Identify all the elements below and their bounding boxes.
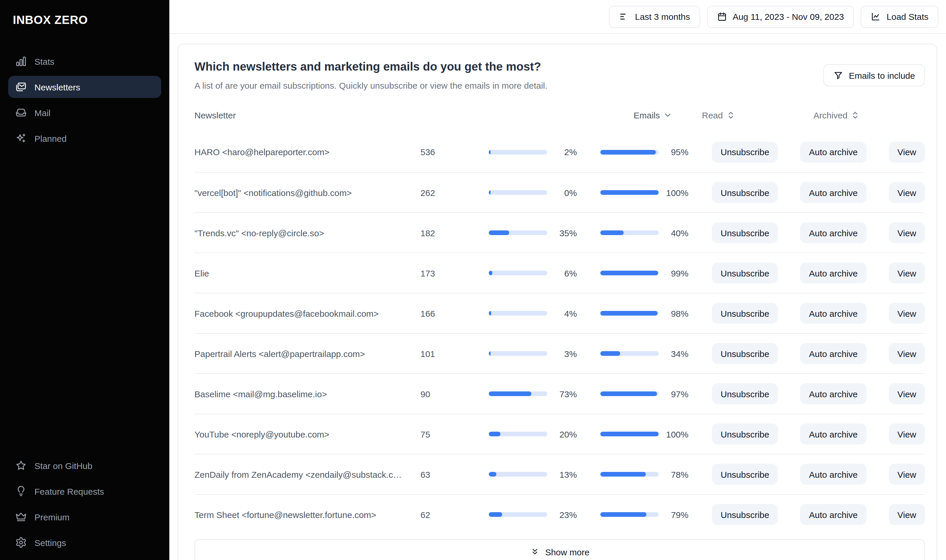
chevrons-up-down-icon bbox=[851, 111, 860, 119]
column-header-newsletter: Newsletter bbox=[194, 110, 628, 120]
read-cell: 2% bbox=[483, 147, 577, 157]
sidebar-item-stats[interactable]: Stats bbox=[8, 50, 161, 72]
newsletter-name: Papertrail Alerts <alert@papertrailapp.c… bbox=[194, 349, 415, 358]
view-button[interactable]: View bbox=[889, 343, 925, 364]
archived-percent: 78% bbox=[659, 469, 688, 479]
read-progress-fill bbox=[489, 432, 500, 436]
panel-titles: Which newsletters and marketing emails d… bbox=[194, 58, 548, 92]
auto-archive-button[interactable]: Auto archive bbox=[800, 182, 867, 203]
read-percent: 6% bbox=[547, 268, 577, 278]
newsletter-name: Facebook <groupupdates@facebookmail.com> bbox=[194, 308, 415, 318]
sidebar-footer: Star on GitHub Feature Requests Premium bbox=[0, 454, 169, 554]
table-row: HARO <haro@helpareporter.com> 536 2% 95%… bbox=[194, 132, 925, 172]
view-button[interactable]: View bbox=[889, 383, 925, 404]
newsletter-name: Term Sheet <fortune@newsletter.fortune.c… bbox=[194, 509, 415, 520]
emails-count: 262 bbox=[415, 188, 483, 197]
unsubscribe-button[interactable]: Unsubscribe bbox=[712, 423, 778, 445]
inbox-icon bbox=[15, 107, 27, 118]
archived-progress-fill bbox=[600, 472, 646, 477]
chart-line-icon bbox=[871, 12, 881, 22]
row-actions: Unsubscribe Auto archive View bbox=[712, 423, 925, 445]
newsletter-name: Baselime <mail@mg.baselime.io> bbox=[194, 389, 415, 399]
archived-percent: 99% bbox=[659, 268, 688, 278]
table-row: "vercel[bot]" <notifications@github.com>… bbox=[194, 172, 925, 212]
auto-archive-button[interactable]: Auto archive bbox=[800, 142, 867, 163]
date-preset-button[interactable]: Last 3 months bbox=[610, 6, 700, 28]
archived-progress-fill bbox=[600, 190, 659, 195]
view-button[interactable]: View bbox=[889, 263, 925, 283]
sidebar-item-newsletters[interactable]: Newsletters bbox=[8, 76, 161, 98]
column-header-archived[interactable]: Archived bbox=[813, 110, 901, 120]
view-button[interactable]: View bbox=[889, 182, 925, 203]
sidebar-item-star-on-github[interactable]: Star on GitHub bbox=[8, 454, 161, 477]
view-button[interactable]: View bbox=[889, 142, 925, 163]
archived-progress-bar bbox=[600, 271, 659, 275]
archived-cell: 100% bbox=[600, 429, 688, 439]
row-actions: Unsubscribe Auto archive View bbox=[712, 182, 925, 203]
show-more-label: Show more bbox=[545, 547, 590, 557]
read-cell: 4% bbox=[483, 308, 577, 318]
date-range-button[interactable]: Aug 11, 2023 - Nov 09, 2023 bbox=[707, 6, 854, 28]
unsubscribe-button[interactable]: Unsubscribe bbox=[712, 504, 778, 525]
unsubscribe-button[interactable]: Unsubscribe bbox=[712, 303, 778, 324]
crown-icon bbox=[15, 511, 27, 523]
auto-archive-button[interactable]: Auto archive bbox=[800, 263, 867, 283]
view-button[interactable]: View bbox=[889, 423, 925, 445]
unsubscribe-button[interactable]: Unsubscribe bbox=[712, 383, 778, 404]
view-button[interactable]: View bbox=[889, 303, 925, 324]
archived-progress-fill bbox=[600, 351, 620, 356]
panel-header: Which newsletters and marketing emails d… bbox=[194, 58, 925, 92]
auto-archive-button[interactable]: Auto archive bbox=[800, 222, 867, 243]
auto-archive-button[interactable]: Auto archive bbox=[800, 464, 867, 485]
unsubscribe-button[interactable]: Unsubscribe bbox=[712, 343, 778, 364]
read-cell: 13% bbox=[483, 469, 577, 479]
table-row: Term Sheet <fortune@newsletter.fortune.c… bbox=[194, 494, 925, 534]
read-progress-fill bbox=[489, 512, 502, 517]
unsubscribe-button[interactable]: Unsubscribe bbox=[712, 182, 778, 203]
emails-count: 166 bbox=[415, 308, 483, 318]
sidebar-item-settings[interactable]: Settings bbox=[8, 531, 161, 554]
auto-archive-button[interactable]: Auto archive bbox=[800, 343, 867, 364]
load-stats-label: Load Stats bbox=[887, 12, 929, 22]
archived-progress-bar bbox=[600, 231, 659, 235]
auto-archive-button[interactable]: Auto archive bbox=[800, 423, 867, 445]
sidebar-item-planned[interactable]: Planned bbox=[8, 127, 161, 149]
column-header-read[interactable]: Read bbox=[696, 110, 790, 120]
row-actions: Unsubscribe Auto archive View bbox=[712, 263, 925, 283]
read-progress-bar bbox=[489, 150, 547, 154]
unsubscribe-button[interactable]: Unsubscribe bbox=[712, 142, 778, 163]
view-button[interactable]: View bbox=[889, 222, 925, 243]
read-progress-bar bbox=[489, 271, 547, 275]
emails-to-include-button[interactable]: Emails to include bbox=[823, 64, 925, 86]
read-percent: 3% bbox=[547, 349, 577, 358]
view-button[interactable]: View bbox=[889, 464, 925, 485]
newsletter-name: HARO <haro@helpareporter.com> bbox=[194, 147, 415, 157]
load-stats-button[interactable]: Load Stats bbox=[861, 6, 938, 28]
calendar-icon bbox=[717, 12, 727, 22]
unsubscribe-button[interactable]: Unsubscribe bbox=[712, 222, 778, 243]
read-cell: 3% bbox=[483, 349, 577, 358]
archived-percent: 100% bbox=[659, 429, 688, 439]
sidebar-item-premium[interactable]: Premium bbox=[8, 506, 161, 528]
emails-count: 63 bbox=[415, 469, 483, 479]
content-area: Which newsletters and marketing emails d… bbox=[169, 34, 946, 560]
newsletter-name: Elie bbox=[194, 268, 415, 278]
column-header-emails[interactable]: Emails bbox=[628, 110, 696, 120]
sidebar-item-label: Settings bbox=[34, 537, 66, 548]
auto-archive-button[interactable]: Auto archive bbox=[800, 383, 867, 404]
auto-archive-button[interactable]: Auto archive bbox=[800, 504, 867, 525]
row-actions: Unsubscribe Auto archive View bbox=[712, 343, 925, 364]
auto-archive-button[interactable]: Auto archive bbox=[800, 303, 867, 324]
view-button[interactable]: View bbox=[889, 504, 925, 525]
sidebar-item-mail[interactable]: Mail bbox=[8, 102, 161, 124]
newsletter-icon bbox=[15, 81, 27, 93]
archived-progress-fill bbox=[600, 150, 656, 154]
sidebar-item-feature-requests[interactable]: Feature Requests bbox=[8, 480, 161, 502]
unsubscribe-button[interactable]: Unsubscribe bbox=[712, 464, 778, 485]
show-more-button[interactable]: Show more bbox=[194, 539, 925, 560]
archived-cell: 40% bbox=[600, 228, 688, 238]
read-percent: 13% bbox=[547, 469, 577, 479]
sidebar-item-label: Newsletters bbox=[34, 82, 80, 92]
unsubscribe-button[interactable]: Unsubscribe bbox=[712, 263, 778, 283]
table-header: Newsletter Emails Read Arch bbox=[194, 105, 925, 125]
